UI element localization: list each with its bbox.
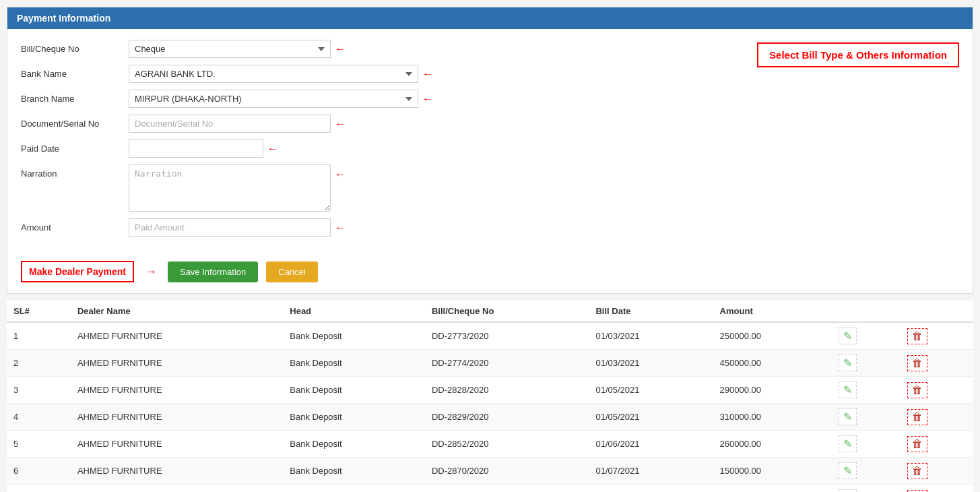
col-sl: SL#	[7, 301, 71, 322]
trash-icon: 🗑	[912, 330, 923, 342]
edit-button[interactable]: ✎	[839, 355, 857, 371]
edit-icon: ✎	[843, 357, 852, 369]
cell-head: Bank Deposit	[283, 322, 425, 350]
document-serial-input[interactable]	[129, 115, 331, 133]
cell-bill-no: DD-2829/2020	[425, 404, 589, 431]
form-area: Bill/Cheque No Cheque DD Pay Order ← Ban…	[7, 29, 717, 254]
cell-head: Bank Deposit	[283, 458, 425, 485]
cell-amount: 150000.00	[713, 458, 832, 485]
cell-amount: 250000.00	[713, 322, 832, 350]
table-row: 3 AHMED FURNITURE Bank Deposit DD-2828/2…	[7, 377, 973, 404]
trash-icon: 🗑	[912, 357, 923, 369]
col-delete-action	[901, 301, 973, 322]
paid-date-arrow-icon: ←	[267, 143, 278, 155]
trash-icon: 🗑	[912, 384, 923, 396]
branch-name-row: Branch Name MIRPUR (DHAKA-NORTH) ←	[21, 90, 703, 108]
payment-panel: Payment Information Bill/Cheque No Chequ…	[7, 7, 973, 294]
cell-head: Bank Deposit	[283, 377, 425, 404]
cell-bill-date: 01/11/2021	[589, 485, 713, 493]
cell-head: Bank Deposit	[283, 431, 425, 458]
cell-bill-no: DD-2828/2020	[425, 377, 589, 404]
cell-amount: 310000.00	[713, 404, 832, 431]
bank-name-label: Bank Name	[21, 69, 129, 79]
paid-date-input[interactable]: 8/25/2021	[129, 140, 263, 158]
delete-button[interactable]: 🗑	[907, 355, 927, 371]
delete-button[interactable]: 🗑	[907, 436, 927, 452]
table-row: 1 AHMED FURNITURE Bank Deposit DD-2773/2…	[7, 322, 973, 350]
cell-edit: ✎	[832, 350, 901, 377]
amount-input[interactable]	[129, 218, 331, 237]
edit-button[interactable]: ✎	[839, 435, 857, 452]
cell-bill-date: 01/03/2021	[589, 350, 713, 377]
branch-name-select[interactable]: MIRPUR (DHAKA-NORTH)	[129, 90, 418, 108]
cell-head: Bank Deposit	[283, 404, 425, 431]
cell-edit: ✎	[832, 485, 901, 493]
table-row: 6 AHMED FURNITURE Bank Deposit DD-2870/2…	[7, 458, 973, 485]
paid-date-label: Paid Date	[21, 144, 129, 154]
save-button[interactable]: Save Information	[168, 262, 258, 282]
panel-header: Payment Information	[7, 7, 973, 29]
bill-cheque-arrow-icon: ←	[335, 43, 346, 55]
cell-delete: 🗑	[901, 404, 973, 431]
cell-dealer: AHMED FURNITURE	[71, 350, 283, 377]
cell-dealer: AHMED FURNITURE	[71, 322, 283, 350]
edit-icon: ✎	[843, 384, 852, 396]
cell-bill-date: 01/05/2021	[589, 377, 713, 404]
paid-date-field-wrapper: 8/25/2021 ←	[129, 140, 278, 158]
document-serial-arrow-icon: ←	[335, 118, 346, 130]
cell-edit: ✎	[832, 377, 901, 404]
cell-dealer: AHMED FURNITURE	[71, 431, 283, 458]
delete-button[interactable]: 🗑	[907, 490, 927, 493]
amount-field-wrapper: ←	[129, 218, 346, 237]
bill-cheque-label: Bill/Cheque No	[21, 44, 129, 54]
col-dealer-name: Dealer Name	[71, 301, 283, 322]
panel-title: Payment Information	[17, 13, 110, 24]
narration-arrow-icon: ←	[335, 168, 346, 181]
cell-head: Bank Deposit	[283, 485, 425, 493]
delete-button[interactable]: 🗑	[907, 382, 927, 398]
bill-cheque-select[interactable]: Cheque DD Pay Order	[129, 40, 331, 58]
edit-button[interactable]: ✎	[839, 489, 857, 492]
edit-button[interactable]: ✎	[839, 328, 857, 344]
table-body: 1 AHMED FURNITURE Bank Deposit DD-2773/2…	[7, 322, 973, 492]
cell-bill-no: DD-2774/2020	[425, 350, 589, 377]
branch-name-label: Branch Name	[21, 94, 129, 104]
trash-icon: 🗑	[912, 438, 923, 450]
edit-button[interactable]: ✎	[839, 381, 857, 398]
branch-name-field-wrapper: MIRPUR (DHAKA-NORTH) ←	[129, 90, 433, 108]
cell-sl: 7	[7, 485, 71, 493]
amount-arrow-icon: ←	[335, 222, 346, 234]
payments-table: SL# Dealer Name Head Bill/Cheque No Bill…	[7, 301, 973, 492]
amount-label: Amount	[21, 222, 129, 233]
narration-label: Narration	[21, 164, 129, 179]
bank-name-select[interactable]: AGRANI BANK LTD.	[129, 65, 418, 83]
delete-button[interactable]: 🗑	[907, 409, 927, 425]
cell-amount: 290000.00	[713, 377, 832, 404]
bank-name-field-wrapper: AGRANI BANK LTD. ←	[129, 65, 433, 83]
make-dealer-payment-label: Make Dealer Payment	[21, 261, 134, 282]
table-row: 7 AHMED FURNITURE Bank Deposit DD-2918/2…	[7, 485, 973, 493]
callout-container: Select Bill Type & Others Information	[717, 29, 973, 67]
cell-dealer: AHMED FURNITURE	[71, 404, 283, 431]
narration-textarea[interactable]	[129, 164, 331, 212]
document-serial-field-wrapper: ←	[129, 115, 346, 133]
cell-delete: 🗑	[901, 377, 973, 404]
cell-sl: 3	[7, 377, 71, 404]
cell-amount: 450000.00	[713, 350, 832, 377]
delete-button[interactable]: 🗑	[907, 463, 927, 479]
cell-edit: ✎	[832, 458, 901, 485]
edit-icon: ✎	[843, 438, 852, 450]
cell-bill-no: DD-2870/2020	[425, 458, 589, 485]
table-header-row: SL# Dealer Name Head Bill/Cheque No Bill…	[7, 301, 973, 322]
edit-button[interactable]: ✎	[839, 408, 857, 425]
cell-dealer: AHMED FURNITURE	[71, 485, 283, 493]
bank-name-row: Bank Name AGRANI BANK LTD. ←	[21, 65, 703, 83]
cell-sl: 4	[7, 404, 71, 431]
make-payment-arrow-icon: →	[145, 265, 157, 279]
delete-button[interactable]: 🗑	[907, 328, 927, 344]
top-section: Bill/Cheque No Cheque DD Pay Order ← Ban…	[7, 29, 973, 254]
cancel-button[interactable]: Cancel	[266, 262, 317, 282]
branch-name-arrow-icon: ←	[422, 93, 433, 105]
col-amount: Amount	[713, 301, 832, 322]
edit-button[interactable]: ✎	[839, 462, 857, 479]
